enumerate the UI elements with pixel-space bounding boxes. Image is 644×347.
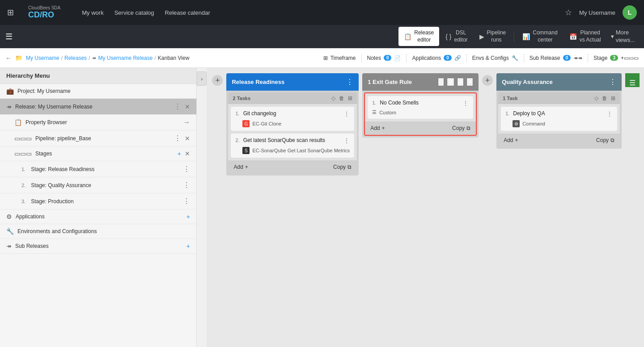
- sidebar-item-stages[interactable]: ▭▭▭ Stages + ✕: [0, 146, 196, 161]
- sidebar-stage-2-label: Stage: Quality Assurance: [31, 182, 179, 188]
- sidebar-item-release[interactable]: ↠ Release: My Username Release ⋮ ✕: [0, 99, 196, 115]
- exit-gate-copy-label: Copy: [452, 125, 465, 131]
- add-stage-left-button[interactable]: +: [212, 75, 223, 86]
- envs-configs-icon: 🔧: [512, 55, 518, 61]
- sidebar-item-pipeline[interactable]: ▭▭▭ Pipeline: pipeline_Base ⋮ ✕: [0, 130, 196, 146]
- bc-sub-release[interactable]: Sub Release 0 ↠↠: [530, 55, 582, 61]
- pipeline-dots-button[interactable]: ⋮: [174, 134, 181, 142]
- top-navigation: ⊞ CloudBees SDA CD/RO My work Service ca…: [0, 0, 644, 25]
- more-views-button[interactable]: ▾ Moreviews...: [607, 26, 639, 47]
- task-ncs-dots[interactable]: ⋮: [462, 100, 469, 107]
- stage-qa-dots[interactable]: ⋮: [609, 78, 616, 86]
- bc-stage[interactable]: Stage 3 +▭▭▭: [593, 55, 639, 61]
- custom-badge-label: Custom: [379, 110, 396, 115]
- sidebar-item-project[interactable]: 💼 Project: My Username: [0, 84, 196, 99]
- task-1-meta: G EC-Git Clone: [235, 120, 350, 127]
- nav-release-calendar[interactable]: Release calendar: [165, 9, 210, 16]
- stage-release-readiness-dots[interactable]: ⋮: [346, 78, 353, 86]
- exit-gate-add-button[interactable]: Add +: [370, 125, 385, 131]
- task-2-dots[interactable]: ⋮: [343, 137, 350, 144]
- release-dots-button[interactable]: ⋮: [174, 102, 181, 111]
- stages-collapse-button[interactable]: ✕: [185, 150, 190, 157]
- add-stage-between-button[interactable]: +: [482, 75, 493, 86]
- nav-my-work[interactable]: My work: [82, 9, 103, 16]
- property-browser-actions: →: [183, 118, 190, 126]
- toolbar-dsl-editor[interactable]: { } DSLeditor: [440, 27, 473, 46]
- task-no-code-smells: 1. No Code Smells ⋮ ☰ Custom: [368, 96, 473, 119]
- property-browser-icon: 📋: [14, 119, 22, 126]
- bc-envs-configs[interactable]: Envs & Configs 🔧: [472, 55, 518, 61]
- release-close-button[interactable]: ✕: [185, 102, 190, 111]
- exit-gate-diamond[interactable]: ◇: [438, 78, 444, 86]
- sidebar-item-stage-2[interactable]: 2. Stage: Quality Assurance ⋮: [0, 177, 196, 193]
- stage-exit-gate: 1 Exit Gate Rule ◇ 🗑 ⊞ ✕ 1. No Code Smel…: [362, 73, 479, 138]
- tasks-action-grid[interactable]: ⊞: [348, 95, 352, 101]
- breadcrumb-my-username[interactable]: My Username: [26, 55, 59, 61]
- toolbar-pipeline-runs[interactable]: ▶ Pipelineruns: [474, 27, 512, 46]
- sidebar-stage-3-label: Stage: Production: [31, 198, 179, 205]
- stages-add-button[interactable]: +: [178, 150, 181, 157]
- nav-service-catalog[interactable]: Service catalog: [114, 9, 154, 16]
- grid-icon[interactable]: ⊞: [7, 8, 14, 17]
- qa-action-diamond[interactable]: ◇: [594, 95, 598, 101]
- pipeline-collapse-button[interactable]: ✕: [185, 134, 190, 142]
- sidebar-item-environments[interactable]: 🔧 Environments and Configurations: [0, 224, 196, 239]
- task-deploy-qa-header: 1. Deploy to QA ⋮: [505, 110, 613, 117]
- sub-releases-add-button[interactable]: +: [186, 242, 190, 250]
- exit-gate-close[interactable]: ✕: [466, 78, 473, 86]
- tasks-copy-button[interactable]: Copy ⧉: [333, 164, 352, 170]
- bc-notes[interactable]: Notes 0 📄: [367, 55, 401, 61]
- sidebar-item-stage-1[interactable]: 1. Stage: Release Readiness ⋮: [0, 161, 196, 177]
- breadcrumb-releases[interactable]: Releases: [64, 55, 87, 61]
- tasks-add-button[interactable]: Add +: [233, 164, 248, 170]
- task-deploy-to-qa: 1. Deploy to QA ⋮ ⚙ Command: [501, 107, 617, 131]
- tasks-action-trash[interactable]: 🗑: [339, 95, 344, 101]
- qa-action-trash[interactable]: 🗑: [602, 95, 607, 101]
- toolbar-items: 📋 Releaseeditor { } DSLeditor ▶ Pipeline…: [398, 26, 639, 47]
- task-1-plugin-label: EC-Git Clone: [252, 121, 281, 126]
- toolbar-command-center[interactable]: 📊 Commandcenter: [517, 27, 563, 46]
- task-dqa-dots[interactable]: ⋮: [606, 110, 613, 117]
- sidebar-item-stage-3[interactable]: 3. Stage: Production ⋮: [0, 193, 196, 209]
- qa-tasks-count: 1 Task: [503, 96, 517, 101]
- avatar[interactable]: L: [623, 5, 637, 20]
- applications-add-button[interactable]: +: [186, 213, 190, 220]
- sidebar-collapse-button[interactable]: ›: [197, 71, 207, 86]
- task-1-dots[interactable]: ⋮: [343, 110, 350, 117]
- stage-quality-assurance: Quality Assurance ⋮ 1 Task ◇ 🗑 ⊞ 1. De: [496, 73, 622, 149]
- qa-add-button[interactable]: Add +: [504, 137, 518, 143]
- toolbar-planned-actual[interactable]: 📅 Plannedvs Actual: [564, 27, 606, 46]
- exit-gate-grid[interactable]: ⊞: [457, 78, 464, 86]
- sidebar-item-sub-releases[interactable]: ↠ Sub Releases +: [0, 239, 196, 254]
- qa-action-grid[interactable]: ⊞: [611, 95, 615, 101]
- star-icon[interactable]: ☆: [565, 8, 572, 17]
- tasks-action-diamond[interactable]: ◇: [331, 95, 335, 101]
- bc-timeframe[interactable]: ⊞ Timeframe: [323, 55, 356, 61]
- planned-actual-icon: 📅: [569, 33, 577, 40]
- task-2-meta: S EC-SonarQube Get Last SonarQube Metric…: [235, 147, 350, 154]
- property-browser-action-button[interactable]: →: [183, 118, 190, 126]
- qa-section-actions: ◇ 🗑 ⊞: [594, 95, 615, 101]
- stage-exit-gate-header: 1 Exit Gate Rule ◇ 🗑 ⊞ ✕: [362, 73, 479, 91]
- bc-applications[interactable]: Applications 0 🔗: [412, 55, 461, 61]
- sidebar-item-property-browser[interactable]: 📋 Property Browser →: [0, 115, 196, 130]
- right-sidebar-toggle[interactable]: ☰: [625, 73, 640, 87]
- notes-label: Notes: [367, 55, 381, 61]
- toolbar-dsl-editor-label: DSLeditor: [454, 29, 468, 43]
- qa-copy-button[interactable]: Copy ⧉: [596, 137, 614, 143]
- back-button[interactable]: ←: [5, 54, 12, 62]
- toolbar-release-editor-label: Releaseeditor: [414, 29, 434, 43]
- stage-2-dots-button[interactable]: ⋮: [183, 181, 190, 189]
- stage-1-dots-button[interactable]: ⋮: [183, 165, 190, 173]
- tasks-count: 2 Tasks: [233, 96, 250, 101]
- top-nav-right: ☆ My Username L: [565, 5, 637, 20]
- exit-gate-add-copy-bar: Add + Copy ⧉: [365, 121, 476, 135]
- toolbar-release-editor[interactable]: 📋 Releaseeditor: [398, 27, 439, 46]
- hamburger-icon[interactable]: ☰: [5, 32, 13, 41]
- exit-gate-trash[interactable]: 🗑: [447, 78, 454, 86]
- stage-3-dots-button[interactable]: ⋮: [183, 197, 190, 205]
- sidebar-applications-label: Applications: [16, 213, 183, 220]
- sidebar-item-applications[interactable]: ⚙ Applications +: [0, 209, 196, 224]
- exit-gate-copy-button[interactable]: Copy ⧉: [452, 125, 470, 131]
- breadcrumb-username-release[interactable]: My Username Release: [98, 55, 153, 61]
